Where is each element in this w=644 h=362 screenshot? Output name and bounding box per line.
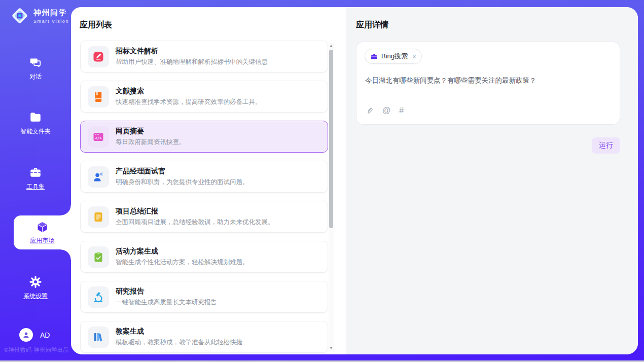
app-detail-title: 应用详情 <box>356 20 388 30</box>
bid-doc-icon <box>88 46 109 67</box>
run-button[interactable]: 运行 <box>592 137 620 154</box>
sidebar-item-app-market[interactable]: 应用市场 <box>14 215 71 249</box>
hash-tag-icon[interactable]: # <box>399 106 404 115</box>
books-icon <box>88 327 109 348</box>
chat-icon <box>29 56 42 69</box>
folder-icon <box>29 111 42 124</box>
app-title: 文献搜索 <box>116 87 262 96</box>
app-title: 研究报告 <box>116 287 217 296</box>
note-icon <box>88 206 109 228</box>
user-account[interactable]: AD <box>19 328 50 342</box>
sidebar-item-chat[interactable]: 对话 <box>0 56 71 81</box>
book-icon <box>88 86 109 107</box>
clipboard-icon <box>88 246 109 268</box>
input-toolbar: @ # <box>365 106 404 115</box>
prompt-input-card[interactable]: Bing搜索 × 今日湖北有哪些新闻要点？有哪些需要关注的最新政策？ @ # <box>356 42 620 125</box>
sidebar-item-toolset[interactable]: 工具集 <box>0 166 71 191</box>
sidebar-item-label: 工具集 <box>26 183 45 191</box>
app-desc: 帮助用户快速、准确地理解和解析招标书中的关键信息 <box>116 58 268 66</box>
app-card[interactable]: 项目总结汇报 全面回顾项目进展，总结经验教训，助力未来优化发展。 <box>80 201 328 233</box>
at-mention-icon[interactable]: @ <box>382 106 390 115</box>
list-scrollbar[interactable] <box>329 43 334 351</box>
interviewer-icon <box>88 166 109 188</box>
app-desc: 快速精准查找学术资源，提高研究效率的必备工具。 <box>116 98 262 106</box>
scroll-down-arrow-icon[interactable] <box>330 347 333 349</box>
app-title: 教案生成 <box>116 327 242 336</box>
sidebar: 神州问学 Smart Vision 对话 智能文件夹 工具 <box>0 0 71 362</box>
app-title: 项目总结汇报 <box>116 207 274 216</box>
web-code-icon: </> <box>88 126 109 148</box>
gear-icon <box>29 275 42 288</box>
app-desc: 每日政府新闻资讯快查。 <box>116 138 186 147</box>
main-content: 应用列表 招标文件解析 帮助用户快速、准确地理解和解析招标书中的关键信息 文献搜… <box>71 7 638 354</box>
app-title: 活动方案生成 <box>116 247 249 256</box>
sidebar-item-label: 系统设置 <box>23 292 48 301</box>
cube-icon <box>35 221 49 234</box>
app-card[interactable]: 文献搜索 快速精准查找学术资源，提高研究效率的必备工具。 <box>80 81 328 113</box>
gem-logo-icon <box>10 6 29 25</box>
query-text[interactable]: 今日湖北有哪些新闻要点？有哪些需要关注的最新政策？ <box>365 76 612 86</box>
chip-remove-icon[interactable]: × <box>412 53 416 60</box>
copyright-text: ©神州数码·神州问学出品 <box>4 346 69 354</box>
sidebar-item-label: 应用市场 <box>30 236 55 245</box>
briefcase-icon <box>370 53 378 60</box>
toolbox-icon <box>29 166 42 179</box>
app-card-list: 招标文件解析 帮助用户快速、准确地理解和解析招标书中的关键信息 文献搜索 快速精… <box>80 41 328 353</box>
paperclip-icon[interactable] <box>365 106 374 115</box>
brand-logo: 神州问学 Smart Vision <box>10 6 69 25</box>
scrollbar-thumb[interactable] <box>329 50 333 228</box>
app-card[interactable]: 教案生成 模板驱动，教案秒成，教学准备从此轻松快捷 <box>80 321 328 353</box>
app-desc: 明确身份和职责，为您提供专业性的面试问题。 <box>116 178 249 187</box>
app-list-title: 应用列表 <box>80 20 112 30</box>
user-initials: AD <box>40 331 50 339</box>
app-title: 产品经理面试官 <box>116 167 249 176</box>
sidebar-item-label: 智能文件夹 <box>20 127 51 136</box>
app-card[interactable]: 招标文件解析 帮助用户快速、准确地理解和解析招标书中的关键信息 <box>80 41 328 73</box>
app-list-panel: 应用列表 招标文件解析 帮助用户快速、准确地理解和解析招标书中的关键信息 文献搜… <box>71 7 346 354</box>
person-icon <box>22 331 30 339</box>
app-desc: 模板驱动，教案秒成，教学准备从此轻松快捷 <box>116 338 242 347</box>
app-detail-panel: 应用详情 Bing搜索 × 今日湖北有哪些新闻要点？有哪些需要关注的最新政策？ <box>346 7 638 354</box>
app-desc: 全面回顾项目进展，总结经验教训，助力未来优化发展。 <box>116 218 274 227</box>
app-card[interactable]: 研究报告 一键智能生成高质量长文本研究报告 <box>80 281 328 313</box>
app-frame: 神州问学 Smart Vision 对话 智能文件夹 工具 <box>0 0 644 362</box>
sidebar-item-settings[interactable]: 系统设置 <box>0 275 71 301</box>
tool-chip-bing-search[interactable]: Bing搜索 × <box>365 49 422 64</box>
svg-text:</>: </> <box>95 136 102 140</box>
app-card[interactable]: 产品经理面试官 明确身份和职责，为您提供专业性的面试问题。 <box>80 161 328 193</box>
brand-subtitle: Smart Vision <box>33 19 69 24</box>
app-card[interactable]: </> 网页摘要 每日政府新闻资讯快查。 <box>80 121 328 153</box>
app-desc: 一键智能生成高质量长文本研究报告 <box>116 298 217 307</box>
sidebar-item-label: 对话 <box>29 73 42 81</box>
avatar <box>19 328 33 342</box>
app-title: 招标文件解析 <box>116 47 268 56</box>
app-desc: 智能生成个性化活动方案，轻松解决规划难题。 <box>116 258 249 267</box>
tool-chip-label: Bing搜索 <box>381 52 408 61</box>
app-card[interactable]: 活动方案生成 智能生成个性化活动方案，轻松解决规划难题。 <box>80 241 328 273</box>
sidebar-item-smart-folder[interactable]: 智能文件夹 <box>0 111 71 136</box>
app-title: 网页摘要 <box>116 127 186 136</box>
brand-name: 神州问学 <box>33 8 69 18</box>
scroll-up-arrow-icon[interactable] <box>330 45 333 47</box>
microscope-icon <box>88 286 109 308</box>
